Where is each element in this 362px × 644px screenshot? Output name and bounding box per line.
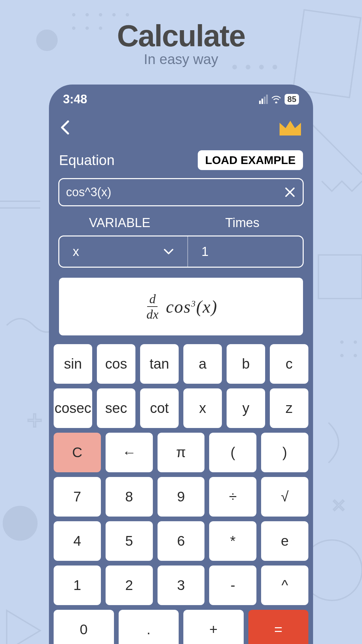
key-sec[interactable]: sec xyxy=(97,388,135,428)
times-value: 1 xyxy=(201,245,208,259)
key-x[interactable]: x xyxy=(183,388,222,428)
key-cot[interactable]: cot xyxy=(140,388,179,428)
key-2[interactable]: 2 xyxy=(106,566,153,605)
key-divide[interactable]: ÷ xyxy=(209,477,256,517)
key-pi[interactable]: π xyxy=(158,433,205,472)
key-cos[interactable]: cos xyxy=(97,344,135,384)
key-c[interactable]: c xyxy=(270,344,308,384)
key-9[interactable]: 9 xyxy=(158,477,205,517)
key-dot[interactable]: . xyxy=(119,610,179,644)
svg-point-22 xyxy=(354,340,357,344)
preview-arg: (x) xyxy=(196,297,218,316)
key-7[interactable]: 7 xyxy=(54,477,101,517)
key-3[interactable]: 3 xyxy=(158,566,205,605)
key-e[interactable]: e xyxy=(261,521,308,561)
key-z[interactable]: z xyxy=(270,388,308,428)
svg-point-21 xyxy=(340,340,344,344)
keypad: sin cos tan a b c cosec sec cot x y z C … xyxy=(49,335,313,644)
wifi-icon xyxy=(271,95,281,103)
deriv-top: d xyxy=(147,291,158,307)
key-minus[interactable]: - xyxy=(209,566,256,605)
page-title: Calculate xyxy=(0,19,362,53)
key-backspace[interactable]: ← xyxy=(106,433,153,472)
svg-text:×: × xyxy=(332,492,346,518)
status-bar: 3:48 85 xyxy=(49,85,313,108)
page-subtitle: In easy way xyxy=(0,51,362,67)
key-equals[interactable]: = xyxy=(248,610,309,644)
key-5[interactable]: 5 xyxy=(106,521,153,561)
preview-sup: 3 xyxy=(191,299,196,308)
key-a[interactable]: a xyxy=(183,344,222,384)
crown-icon[interactable] xyxy=(278,118,303,137)
variable-header: VARIABLE xyxy=(58,216,181,230)
key-6[interactable]: 6 xyxy=(158,521,205,561)
key-1[interactable]: 1 xyxy=(54,566,101,605)
signal-icon xyxy=(259,95,268,104)
key-sqrt[interactable]: √ xyxy=(261,477,308,517)
times-input[interactable]: 1 xyxy=(188,236,303,267)
key-0[interactable]: 0 xyxy=(54,610,114,644)
key-plus[interactable]: + xyxy=(183,610,244,644)
key-clear[interactable]: C xyxy=(54,433,101,472)
svg-rect-27 xyxy=(280,133,301,136)
preview-func: cos xyxy=(166,297,191,316)
variable-value: x xyxy=(73,245,79,259)
key-y[interactable]: y xyxy=(227,388,265,428)
key-4[interactable]: 4 xyxy=(54,521,101,561)
times-header: Times xyxy=(181,216,304,230)
battery-level: 85 xyxy=(285,94,299,105)
svg-point-3 xyxy=(3,506,37,540)
load-example-button[interactable]: LOAD EXAMPLE xyxy=(198,150,303,170)
key-power[interactable]: ^ xyxy=(261,566,308,605)
clear-input-icon[interactable] xyxy=(284,186,296,198)
key-b[interactable]: b xyxy=(227,344,265,384)
key-lparen[interactable]: ( xyxy=(209,433,256,472)
deriv-bot: dx xyxy=(144,307,161,322)
key-multiply[interactable]: * xyxy=(209,521,256,561)
chevron-down-icon xyxy=(163,248,174,255)
svg-marker-6 xyxy=(7,610,40,644)
key-8[interactable]: 8 xyxy=(106,477,153,517)
svg-point-23 xyxy=(340,354,344,357)
equation-preview: d dx cos3(x) xyxy=(59,278,303,335)
phone-frame: 3:48 85 Equation LOAD EXAMPLE cos^3(x) xyxy=(49,85,313,644)
key-cosec[interactable]: cosec xyxy=(54,388,92,428)
svg-rect-5 xyxy=(318,255,362,299)
back-icon[interactable] xyxy=(59,119,71,136)
svg-point-24 xyxy=(354,354,357,357)
key-tan[interactable]: tan xyxy=(140,344,179,384)
equation-input[interactable]: cos^3(x) xyxy=(58,178,304,206)
status-time: 3:48 xyxy=(63,92,87,106)
equation-value: cos^3(x) xyxy=(66,185,111,199)
equation-label: Equation xyxy=(59,152,115,168)
svg-text:+: + xyxy=(27,405,43,435)
variable-select[interactable]: x xyxy=(59,236,188,267)
key-sin[interactable]: sin xyxy=(54,344,92,384)
key-rparen[interactable]: ) xyxy=(261,433,308,472)
